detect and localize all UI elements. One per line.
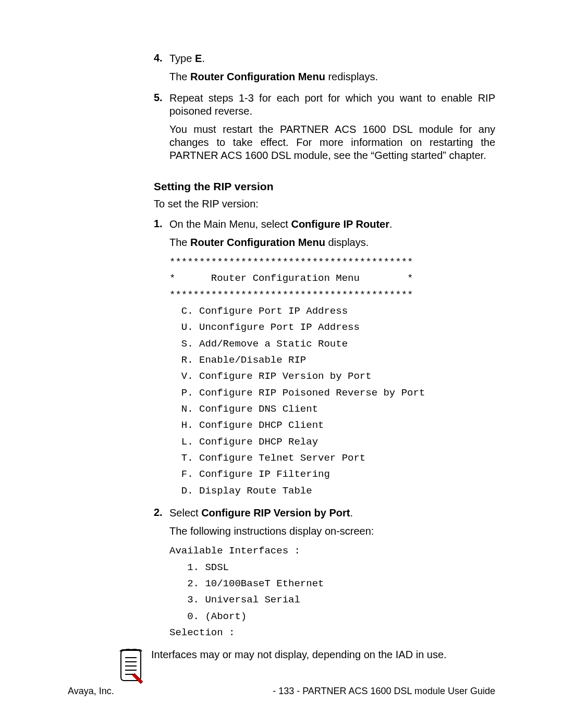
text: On the Main Menu, select — [169, 218, 291, 230]
step-body: Select Configure RIP Version by Port. Th… — [169, 507, 495, 645]
step-number: 2. — [154, 507, 169, 645]
text-bold: E — [195, 53, 202, 64]
note-icon — [115, 648, 151, 685]
step-body: Repeat steps 1-3 for each port for which… — [169, 92, 495, 167]
step-line: Repeat steps 1-3 for each port for which… — [169, 92, 495, 118]
step-b2: 2. Select Configure RIP Version by Port.… — [154, 507, 495, 645]
interfaces-block: Available Interfaces : 1. SDSL 2. 10/100… — [169, 543, 495, 641]
step-number: 1. — [154, 218, 169, 503]
note-text: Interfaces may or may not display, depen… — [151, 648, 495, 661]
text: redisplays. — [325, 71, 378, 82]
text-bold: Router Configuration Menu — [190, 237, 325, 248]
step-line: Select Configure RIP Version by Port. — [169, 507, 495, 520]
step-line: The Router Configuration Menu redisplays… — [169, 70, 495, 83]
step-4: 4. Type E. The Router Configuration Menu… — [154, 52, 495, 89]
page-footer: Avaya, Inc. - 133 - PARTNER ACS 1600 DSL… — [68, 686, 495, 697]
intro-text: To set the RIP version: — [154, 198, 495, 210]
note-row: Interfaces may or may not display, depen… — [68, 648, 495, 685]
text: The — [169, 71, 190, 82]
step-b1: 1. On the Main Menu, select Configure IP… — [154, 218, 495, 503]
section-heading: Setting the RIP version — [154, 180, 495, 193]
footer-left: Avaya, Inc. — [68, 686, 114, 697]
step-number: 4. — [154, 52, 169, 89]
step-body: Type E. The Router Configuration Menu re… — [169, 52, 495, 89]
step-line: The Router Configuration Menu displays. — [169, 236, 495, 249]
text: . — [350, 507, 353, 519]
footer-right: - 133 - PARTNER ACS 1600 DSL module User… — [273, 686, 495, 697]
step-body: On the Main Menu, select Configure IP Ro… — [169, 218, 495, 503]
step-line: On the Main Menu, select Configure IP Ro… — [169, 218, 495, 231]
step-5: 5. Repeat steps 1-3 for each port for wh… — [154, 92, 495, 167]
text: The — [169, 237, 190, 248]
router-menu-block: ****************************************… — [169, 254, 495, 499]
text-bold: Router Configuration Menu — [190, 71, 325, 82]
content-column: 4. Type E. The Router Configuration Menu… — [154, 52, 495, 645]
text-bold: Configure IP Router — [291, 218, 389, 230]
text: . — [202, 53, 205, 64]
text: displays. — [325, 237, 369, 248]
step-line: The following instructions display on-sc… — [169, 525, 495, 538]
text: Select — [169, 507, 201, 519]
step-line: You must restart the PARTNER ACS 1600 DS… — [169, 123, 495, 162]
text: . — [389, 218, 393, 230]
step-number: 5. — [154, 92, 169, 167]
text-bold: Configure RIP Version by Port — [201, 507, 350, 519]
step-line: Type E. — [169, 52, 495, 65]
document-page: 4. Type E. The Router Configuration Menu… — [0, 0, 563, 716]
text: Type — [169, 53, 195, 64]
